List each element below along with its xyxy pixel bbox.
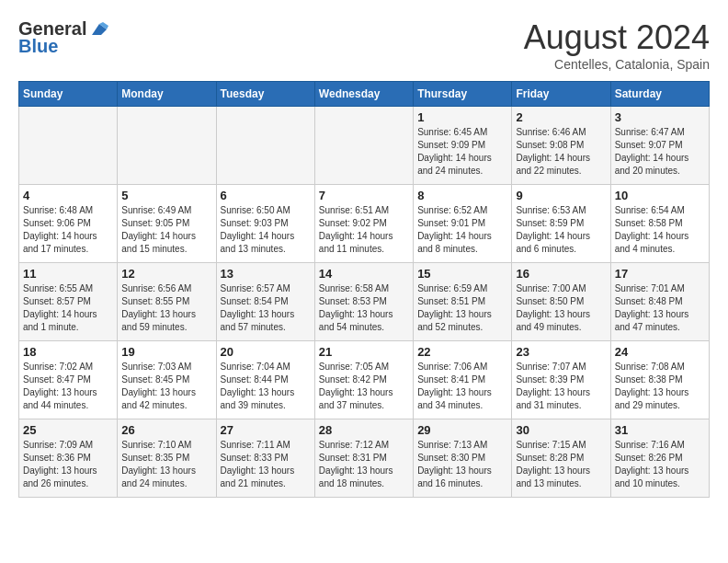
day-info: Sunrise: 6:46 AMSunset: 9:08 PMDaylight:… <box>516 126 606 178</box>
calendar-week-5: 25Sunrise: 7:09 AMSunset: 8:36 PMDayligh… <box>19 419 710 498</box>
day-number: 14 <box>319 267 409 281</box>
day-info: Sunrise: 6:56 AMSunset: 8:55 PMDaylight:… <box>121 282 211 334</box>
header-row: SundayMondayTuesdayWednesdayThursdayFrid… <box>19 82 710 107</box>
day-number: 19 <box>121 345 211 359</box>
calendar-cell: 27Sunrise: 7:11 AMSunset: 8:33 PMDayligh… <box>216 419 314 498</box>
day-info: Sunrise: 7:10 AMSunset: 8:35 PMDaylight:… <box>121 439 211 490</box>
day-header-thursday: Thursday <box>414 82 512 107</box>
day-info: Sunrise: 6:49 AMSunset: 9:05 PMDaylight:… <box>121 204 211 256</box>
day-number: 9 <box>516 189 606 202</box>
day-number: 27 <box>221 423 311 437</box>
day-info: Sunrise: 7:11 AMSunset: 8:33 PMDaylight:… <box>221 439 311 490</box>
day-info: Sunrise: 6:47 AMSunset: 9:07 PMDaylight:… <box>615 126 705 178</box>
day-number: 22 <box>417 345 507 359</box>
day-info: Sunrise: 7:02 AMSunset: 8:47 PMDaylight:… <box>23 361 113 412</box>
calendar-cell: 6Sunrise: 6:50 AMSunset: 9:03 PMDaylight… <box>216 185 314 263</box>
day-number: 13 <box>221 267 311 281</box>
page-header: General Blue August 2024 Centelles, Cata… <box>18 18 710 72</box>
day-number: 26 <box>121 423 211 437</box>
day-info: Sunrise: 7:13 AMSunset: 8:30 PMDaylight:… <box>417 439 507 490</box>
day-info: Sunrise: 6:55 AMSunset: 8:57 PMDaylight:… <box>23 282 113 334</box>
day-number: 31 <box>615 423 705 437</box>
day-number: 5 <box>121 189 211 202</box>
title-area: August 2024 Centelles, Catalonia, Spain <box>524 18 710 72</box>
day-number: 8 <box>417 189 507 202</box>
calendar-cell: 2Sunrise: 6:46 AMSunset: 9:08 PMDaylight… <box>512 107 610 185</box>
day-number: 11 <box>23 267 113 281</box>
day-info: Sunrise: 6:58 AMSunset: 8:53 PMDaylight:… <box>319 282 409 334</box>
calendar-cell: 5Sunrise: 6:49 AMSunset: 9:05 PMDaylight… <box>118 185 216 263</box>
calendar-cell: 26Sunrise: 7:10 AMSunset: 8:35 PMDayligh… <box>118 419 216 498</box>
calendar-cell: 22Sunrise: 7:06 AMSunset: 8:41 PMDayligh… <box>414 341 512 419</box>
calendar-cell: 24Sunrise: 7:08 AMSunset: 8:38 PMDayligh… <box>610 341 709 419</box>
calendar-cell: 30Sunrise: 7:15 AMSunset: 8:28 PMDayligh… <box>512 419 610 498</box>
day-info: Sunrise: 7:16 AMSunset: 8:26 PMDaylight:… <box>615 439 705 490</box>
day-info: Sunrise: 7:04 AMSunset: 8:44 PMDaylight:… <box>221 361 311 412</box>
calendar-cell: 29Sunrise: 7:13 AMSunset: 8:30 PMDayligh… <box>414 419 512 498</box>
day-info: Sunrise: 6:51 AMSunset: 9:02 PMDaylight:… <box>319 204 409 256</box>
day-info: Sunrise: 6:53 AMSunset: 8:59 PMDaylight:… <box>516 204 606 256</box>
day-number: 10 <box>615 189 705 202</box>
day-info: Sunrise: 7:05 AMSunset: 8:42 PMDaylight:… <box>319 361 409 412</box>
calendar-cell: 25Sunrise: 7:09 AMSunset: 8:36 PMDayligh… <box>19 419 118 498</box>
calendar-cell: 14Sunrise: 6:58 AMSunset: 8:53 PMDayligh… <box>314 263 413 341</box>
calendar-cell: 11Sunrise: 6:55 AMSunset: 8:57 PMDayligh… <box>19 263 118 341</box>
calendar-cell <box>118 107 216 185</box>
calendar-cell: 23Sunrise: 7:07 AMSunset: 8:39 PMDayligh… <box>512 341 610 419</box>
calendar-week-3: 11Sunrise: 6:55 AMSunset: 8:57 PMDayligh… <box>19 263 710 341</box>
day-info: Sunrise: 6:48 AMSunset: 9:06 PMDaylight:… <box>23 204 113 256</box>
calendar-cell: 20Sunrise: 7:04 AMSunset: 8:44 PMDayligh… <box>216 341 314 419</box>
day-number: 17 <box>615 267 705 281</box>
day-number: 7 <box>319 189 409 202</box>
day-info: Sunrise: 7:03 AMSunset: 8:45 PMDaylight:… <box>121 361 211 412</box>
day-number: 28 <box>319 423 409 437</box>
day-number: 18 <box>23 345 113 359</box>
day-number: 3 <box>615 110 705 124</box>
day-number: 20 <box>221 345 311 359</box>
calendar-week-4: 18Sunrise: 7:02 AMSunset: 8:47 PMDayligh… <box>19 341 710 419</box>
logo: General Blue <box>18 18 108 57</box>
calendar-cell <box>216 107 314 185</box>
month-title: August 2024 <box>524 18 710 57</box>
day-info: Sunrise: 7:00 AMSunset: 8:50 PMDaylight:… <box>516 282 606 334</box>
day-number: 1 <box>417 110 507 124</box>
day-number: 25 <box>23 423 113 437</box>
day-header-friday: Friday <box>512 82 610 107</box>
calendar-cell: 8Sunrise: 6:52 AMSunset: 9:01 PMDaylight… <box>414 185 512 263</box>
calendar-cell: 18Sunrise: 7:02 AMSunset: 8:47 PMDayligh… <box>19 341 118 419</box>
day-number: 23 <box>516 345 606 359</box>
day-info: Sunrise: 6:50 AMSunset: 9:03 PMDaylight:… <box>221 204 311 256</box>
day-info: Sunrise: 6:52 AMSunset: 9:01 PMDaylight:… <box>417 204 507 256</box>
calendar-week-1: 1Sunrise: 6:45 AMSunset: 9:09 PMDaylight… <box>19 107 710 185</box>
day-info: Sunrise: 6:45 AMSunset: 9:09 PMDaylight:… <box>417 126 507 178</box>
day-header-wednesday: Wednesday <box>314 82 413 107</box>
logo-blue: Blue <box>18 36 58 57</box>
calendar-cell: 13Sunrise: 6:57 AMSunset: 8:54 PMDayligh… <box>216 263 314 341</box>
day-number: 29 <box>417 423 507 437</box>
calendar-cell: 3Sunrise: 6:47 AMSunset: 9:07 PMDaylight… <box>610 107 709 185</box>
day-number: 12 <box>121 267 211 281</box>
day-info: Sunrise: 6:57 AMSunset: 8:54 PMDaylight:… <box>221 282 311 334</box>
day-info: Sunrise: 6:59 AMSunset: 8:51 PMDaylight:… <box>417 282 507 334</box>
calendar-cell: 9Sunrise: 6:53 AMSunset: 8:59 PMDaylight… <box>512 185 610 263</box>
day-number: 4 <box>23 189 113 202</box>
calendar-cell: 17Sunrise: 7:01 AMSunset: 8:48 PMDayligh… <box>610 263 709 341</box>
day-number: 16 <box>516 267 606 281</box>
calendar-cell: 19Sunrise: 7:03 AMSunset: 8:45 PMDayligh… <box>118 341 216 419</box>
calendar-cell <box>19 107 118 185</box>
day-info: Sunrise: 7:15 AMSunset: 8:28 PMDaylight:… <box>516 439 606 490</box>
day-number: 15 <box>417 267 507 281</box>
calendar-week-2: 4Sunrise: 6:48 AMSunset: 9:06 PMDaylight… <box>19 185 710 263</box>
day-info: Sunrise: 7:12 AMSunset: 8:31 PMDaylight:… <box>319 439 409 490</box>
day-number: 6 <box>221 189 311 202</box>
calendar-cell: 31Sunrise: 7:16 AMSunset: 8:26 PMDayligh… <box>610 419 709 498</box>
day-info: Sunrise: 7:01 AMSunset: 8:48 PMDaylight:… <box>615 282 705 334</box>
day-header-monday: Monday <box>118 82 216 107</box>
day-number: 24 <box>615 345 705 359</box>
calendar-cell: 4Sunrise: 6:48 AMSunset: 9:06 PMDaylight… <box>19 185 118 263</box>
calendar-table: SundayMondayTuesdayWednesdayThursdayFrid… <box>18 81 710 498</box>
calendar-cell <box>314 107 413 185</box>
calendar-cell: 10Sunrise: 6:54 AMSunset: 8:58 PMDayligh… <box>610 185 709 263</box>
calendar-cell: 12Sunrise: 6:56 AMSunset: 8:55 PMDayligh… <box>118 263 216 341</box>
day-info: Sunrise: 6:54 AMSunset: 8:58 PMDaylight:… <box>615 204 705 256</box>
